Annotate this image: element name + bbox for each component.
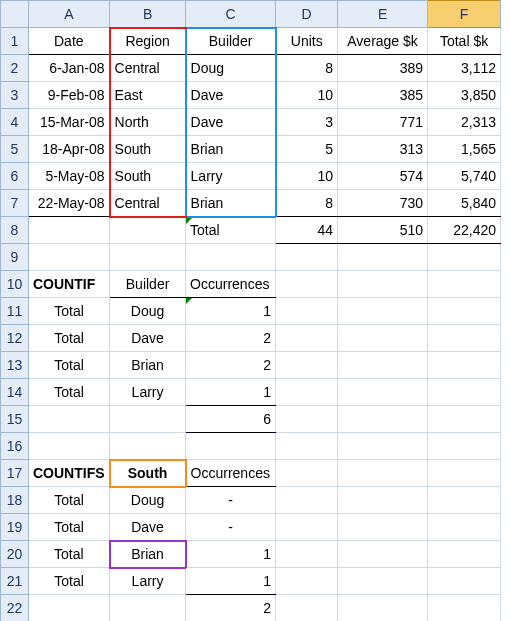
row-header[interactable]: 8 bbox=[1, 217, 29, 244]
cell[interactable] bbox=[29, 217, 110, 244]
cell[interactable]: Dave bbox=[110, 325, 186, 352]
cell[interactable]: 5,840 bbox=[428, 190, 501, 217]
cell[interactable]: 44 bbox=[276, 217, 338, 244]
cell[interactable] bbox=[338, 352, 428, 379]
col-header-B[interactable]: B bbox=[110, 1, 186, 28]
cell[interactable]: Total bbox=[29, 568, 110, 595]
cell[interactable]: South bbox=[110, 136, 186, 163]
cell[interactable] bbox=[338, 406, 428, 433]
cell[interactable]: - bbox=[186, 514, 276, 541]
countifs-title[interactable]: COUNTIFS bbox=[29, 460, 110, 487]
col-header-A[interactable]: A bbox=[29, 1, 110, 28]
row-header[interactable]: 4 bbox=[1, 109, 29, 136]
cell[interactable]: Larry bbox=[186, 163, 276, 190]
cell[interactable] bbox=[428, 325, 501, 352]
cell[interactable]: North bbox=[110, 109, 186, 136]
cell[interactable]: 389 bbox=[338, 55, 428, 82]
row-header[interactable]: 9 bbox=[1, 244, 29, 271]
row-header[interactable]: 7 bbox=[1, 190, 29, 217]
cell[interactable] bbox=[338, 244, 428, 271]
cell[interactable] bbox=[276, 352, 338, 379]
cell[interactable]: Total bbox=[29, 487, 110, 514]
cell[interactable]: Occurrences bbox=[186, 271, 276, 298]
cell[interactable]: Brian bbox=[186, 190, 276, 217]
cell[interactable] bbox=[276, 514, 338, 541]
cell[interactable]: East bbox=[110, 82, 186, 109]
cell[interactable]: Builder bbox=[186, 28, 276, 55]
cell[interactable]: 771 bbox=[338, 109, 428, 136]
cell[interactable] bbox=[338, 271, 428, 298]
cell[interactable] bbox=[338, 595, 428, 622]
cell[interactable] bbox=[428, 487, 501, 514]
cell[interactable]: Brian bbox=[110, 352, 186, 379]
cell[interactable]: Total bbox=[29, 541, 110, 568]
row-header[interactable]: 18 bbox=[1, 487, 29, 514]
cell[interactable]: Doug bbox=[186, 55, 276, 82]
col-header-D[interactable]: D bbox=[276, 1, 338, 28]
row-header[interactable]: 21 bbox=[1, 568, 29, 595]
cell[interactable]: 5-May-08 bbox=[29, 163, 110, 190]
cell[interactable]: Total bbox=[29, 514, 110, 541]
cell[interactable]: Occurrences bbox=[186, 460, 276, 487]
cell[interactable]: Dave bbox=[186, 109, 276, 136]
cell[interactable]: - bbox=[186, 487, 276, 514]
row-header[interactable]: 11 bbox=[1, 298, 29, 325]
row-header[interactable]: 3 bbox=[1, 82, 29, 109]
cell[interactable] bbox=[428, 244, 501, 271]
cell[interactable] bbox=[276, 460, 338, 487]
cell[interactable] bbox=[276, 595, 338, 622]
cell[interactable]: 2 bbox=[186, 595, 276, 622]
row-header[interactable]: 1 bbox=[1, 28, 29, 55]
cell[interactable]: Total bbox=[29, 379, 110, 406]
cell[interactable] bbox=[338, 487, 428, 514]
cell[interactable]: Larry bbox=[110, 568, 186, 595]
cell[interactable]: Region bbox=[110, 28, 186, 55]
col-header-F[interactable]: F bbox=[428, 1, 501, 28]
row-header[interactable]: 14 bbox=[1, 379, 29, 406]
row-header[interactable]: 19 bbox=[1, 514, 29, 541]
cell[interactable]: 1,565 bbox=[428, 136, 501, 163]
cell[interactable]: Brian bbox=[186, 136, 276, 163]
cell[interactable] bbox=[428, 379, 501, 406]
col-header-E[interactable]: E bbox=[338, 1, 428, 28]
cell[interactable] bbox=[338, 325, 428, 352]
cell[interactable] bbox=[186, 433, 276, 460]
cell[interactable] bbox=[110, 406, 186, 433]
col-header-C[interactable]: C bbox=[186, 1, 276, 28]
cell[interactable] bbox=[276, 271, 338, 298]
cell[interactable]: 8 bbox=[276, 190, 338, 217]
cell[interactable]: 2 bbox=[186, 325, 276, 352]
row-header[interactable]: 17 bbox=[1, 460, 29, 487]
cell[interactable]: 730 bbox=[338, 190, 428, 217]
cell[interactable] bbox=[428, 352, 501, 379]
cell[interactable]: Total bbox=[29, 325, 110, 352]
cell[interactable]: 3,112 bbox=[428, 55, 501, 82]
row-header[interactable]: 22 bbox=[1, 595, 29, 622]
cell[interactable]: Builder bbox=[110, 271, 186, 298]
cell[interactable] bbox=[29, 244, 110, 271]
cell[interactable]: 18-Apr-08 bbox=[29, 136, 110, 163]
cell[interactable]: 385 bbox=[338, 82, 428, 109]
cell[interactable] bbox=[338, 433, 428, 460]
cell[interactable]: 15-Mar-08 bbox=[29, 109, 110, 136]
cell[interactable]: 10 bbox=[276, 163, 338, 190]
cell[interactable] bbox=[428, 298, 501, 325]
cell[interactable] bbox=[276, 487, 338, 514]
cell[interactable]: Brian bbox=[110, 541, 186, 568]
cell[interactable] bbox=[29, 433, 110, 460]
cell[interactable] bbox=[110, 595, 186, 622]
cell[interactable] bbox=[276, 298, 338, 325]
cell[interactable]: Dave bbox=[110, 514, 186, 541]
cell[interactable]: 10 bbox=[276, 82, 338, 109]
cell[interactable]: 5 bbox=[276, 136, 338, 163]
cell[interactable]: 2 bbox=[186, 352, 276, 379]
cell[interactable]: 2,313 bbox=[428, 109, 501, 136]
cell[interactable] bbox=[428, 460, 501, 487]
cell[interactable]: Dave bbox=[186, 82, 276, 109]
cell[interactable] bbox=[428, 595, 501, 622]
cell[interactable]: 3 bbox=[276, 109, 338, 136]
cell[interactable]: 3,850 bbox=[428, 82, 501, 109]
cell[interactable]: South bbox=[110, 460, 186, 487]
spreadsheet-grid[interactable]: A B C D E F 1 Date Region Builder Units … bbox=[0, 0, 501, 621]
cell[interactable]: Total $k bbox=[428, 28, 501, 55]
